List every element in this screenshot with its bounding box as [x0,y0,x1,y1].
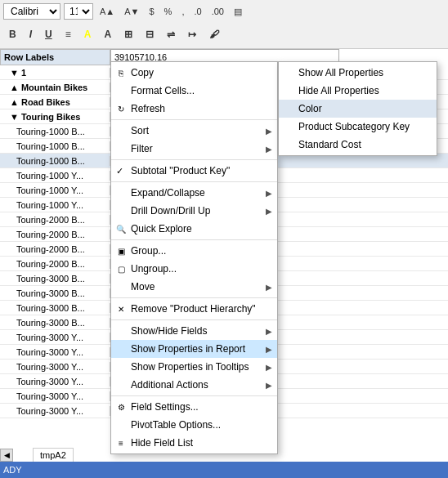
ungroup-icon: ▢ [114,262,128,275]
move-arrow-icon: ▶ [266,283,272,292]
row-cell: Touring-3000 Y... [0,347,110,357]
menu-item-refresh[interactable]: ↻ Refresh [111,100,277,118]
submenu1-color-label: Color [298,103,322,114]
remove-icon: ✕ [114,302,128,315]
paint-format-btn[interactable]: 🖌 [205,26,223,42]
menu-remove-label: Remove "Product Hierarchy" [131,303,256,315]
decrease-font-btn[interactable]: A▼ [121,5,142,18]
menu-separator-7 [111,395,277,396]
increase-font-btn[interactable]: A▲ [96,5,118,18]
menu-refresh-label: Refresh [131,103,165,114]
menu-separator-1 [111,119,277,120]
align-left-btn[interactable]: ≡ [61,26,75,42]
decrease-decimal-btn[interactable]: .00 [208,5,227,18]
drill-arrow-icon: ▶ [266,207,272,216]
row-cell: Touring-3000 Y... [0,391,110,401]
menu-subtotal-label: Subtotal "Product Key" [131,165,230,176]
row-cell: Touring-3000 Y... [0,333,110,342]
percent-btn[interactable]: % [161,5,176,18]
underline-button[interactable]: U [41,26,56,42]
context-menu-sub1: Show All Properties Hide All Properties … [278,61,437,156]
menu-drill-label: Drill Down/Drill Up [131,205,210,217]
increase-indent-btn[interactable]: ↦ [184,26,200,42]
menu-item-expand-collapse[interactable]: Expand/Collapse ▶ [111,184,277,202]
show-tooltips-arrow-icon: ▶ [266,363,272,372]
menu-group-label: Group... [131,245,166,257]
menu-show-properties-label: Show Properties in Report [131,343,245,355]
status-bar: ADY [0,462,448,478]
menu-additional-label: Additional Actions [131,379,208,391]
row-cell: Touring-1000 B... [0,156,110,166]
scroll-left-btn[interactable]: ◀ [0,449,13,462]
menu-item-quick-explore[interactable]: 🔍 Quick Explore [111,220,277,238]
submenu1-product-subcategory-key[interactable]: Product Subcategory Key [279,118,437,136]
copy-icon: ⎘ [114,66,128,79]
menu-item-group[interactable]: ▣ Group... [111,242,277,260]
highlight-btn[interactable]: A [80,26,96,42]
menu-expand-label: Expand/Collapse [131,187,205,199]
increase-decimal-btn[interactable]: .0 [190,5,204,18]
font-size-selector[interactable]: 11 [64,3,93,20]
menu-item-copy[interactable]: ⎘ Copy [111,64,277,82]
fill-color-btn[interactable]: A [100,26,115,42]
refresh-icon: ↻ [114,102,128,115]
submenu1-show-all-properties[interactable]: Show All Properties [279,64,437,82]
ribbon-row1: Calibri 11 A▲ A▼ $ % , .0 .00 ▤ [0,0,448,23]
row-cell: Touring-2000 B... [0,259,110,269]
menu-separator-2 [111,159,277,160]
row-cell: Touring-1000 Y... [0,200,110,210]
menu-item-show-hide-fields[interactable]: Show/Hide Fields ▶ [111,322,277,340]
menu-pivottable-label: PivotTable Options... [131,419,221,431]
quick-explore-icon: 🔍 [114,222,128,235]
expand-arrow-icon: ▶ [266,189,272,198]
borders-btn[interactable]: ▤ [231,5,245,19]
menu-separator-4 [111,239,277,240]
menu-item-sort[interactable]: Sort ▶ [111,122,277,140]
menu-move-label: Move [131,281,155,293]
menu-item-move[interactable]: Move ▶ [111,278,277,296]
ribbon: Calibri 11 A▲ A▼ $ % , .0 .00 ▤ B I U ≡ … [0,0,448,49]
font-selector[interactable]: Calibri [3,3,60,20]
menu-item-filter[interactable]: Filter ▶ [111,140,277,158]
merge-btn[interactable]: ⊟ [141,26,158,42]
menu-hide-field-label: Hide Field List [131,437,193,449]
bold-button[interactable]: B [5,26,20,42]
row-cell: Touring-3000 Y... [0,406,110,416]
context-menu-main: ⎘ Copy Format Cells... ↻ Refresh Sort ▶ … [110,61,278,454]
menu-sort-label: Sort [131,125,149,136]
row-cell: ▼ Touring Bikes [0,112,110,122]
row-cell: Touring-3000 Y... [0,377,110,386]
menu-item-pivottable-options[interactable]: PivotTable Options... [111,416,277,434]
wrap-btn[interactable]: ⇌ [163,26,179,42]
sheet-tab[interactable]: tmpA2 [33,448,74,462]
menu-show-hide-label: Show/Hide Fields [131,325,207,337]
submenu1-product-subcategory-label: Product Subcategory Key [298,121,410,132]
sheet-tab-name: tmpA2 [40,450,66,460]
menu-filter-label: Filter [131,143,153,154]
menu-item-field-settings[interactable]: ⚙ Field Settings... [111,398,277,416]
comma-btn[interactable]: , [178,5,187,18]
menu-item-show-properties-report[interactable]: Show Properties in Report ▶ [111,340,277,358]
row-cell: Touring-1000 B... [0,127,110,136]
italic-button[interactable]: I [25,26,36,42]
menu-separator-3 [111,181,277,182]
row-cell: Touring-3000 B... [0,274,110,284]
menu-separator-5 [111,297,277,298]
submenu1-hide-all-properties[interactable]: Hide All Properties [279,82,437,100]
menu-item-format-cells[interactable]: Format Cells... [111,82,277,100]
additional-arrow-icon: ▶ [266,381,272,390]
submenu1-color[interactable]: Color [279,100,437,118]
menu-item-drill[interactable]: Drill Down/Drill Up ▶ [111,202,277,220]
menu-item-additional-actions[interactable]: Additional Actions ▶ [111,376,277,394]
currency-btn[interactable]: $ [146,5,157,18]
menu-copy-label: Copy [131,67,154,78]
menu-item-hide-field-list[interactable]: ≡ Hide Field List [111,434,277,452]
menu-item-subtotal[interactable]: Subtotal "Product Key" [111,162,277,180]
row-cell: Touring-1000 Y... [0,185,110,195]
row-cell: Touring-1000 B... [0,141,110,151]
menu-item-show-properties-tooltips[interactable]: Show Properties in Tooltips ▶ [111,358,277,376]
menu-item-remove[interactable]: ✕ Remove "Product Hierarchy" [111,300,277,318]
borders-format-btn[interactable]: ⊞ [120,26,137,42]
menu-item-ungroup[interactable]: ▢ Ungroup... [111,260,277,278]
submenu1-standard-cost[interactable]: Standard Cost [279,136,437,154]
